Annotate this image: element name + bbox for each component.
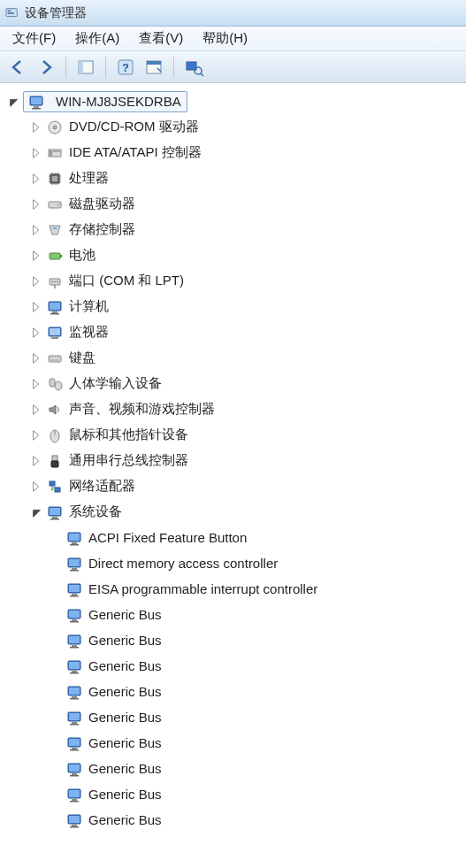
computer-icon <box>46 298 64 316</box>
ide-icon <box>46 144 64 162</box>
computer-icon <box>65 786 83 803</box>
device-row[interactable]: Generic Bus <box>0 756 466 781</box>
computer-icon <box>65 709 83 726</box>
tree-root[interactable]: WIN-MJ8JSEKDRBA <box>0 88 466 114</box>
expander-icon[interactable] <box>30 454 44 468</box>
category-row[interactable]: 存储控制器 <box>0 217 466 242</box>
expander-icon[interactable] <box>7 95 21 109</box>
device-row[interactable]: Generic Bus <box>0 602 466 627</box>
category-label: 声音、视频和游戏控制器 <box>69 401 215 418</box>
menu-view[interactable]: 查看(V) <box>130 28 192 49</box>
category-system-devices[interactable]: 系统设备 <box>0 499 466 525</box>
computer-icon <box>65 555 83 572</box>
app-icon <box>5 6 19 20</box>
expander-icon[interactable] <box>30 351 44 365</box>
expander-icon[interactable] <box>30 403 44 417</box>
toolbar-separator <box>65 57 66 78</box>
device-label: Generic Bus <box>88 684 162 699</box>
storage-icon <box>46 221 64 239</box>
category-row[interactable]: 网络适配器 <box>0 473 466 499</box>
category-row[interactable]: 人体学输入设备 <box>0 371 466 396</box>
toolbar-back-button[interactable] <box>5 55 30 80</box>
device-row[interactable]: Generic Bus <box>0 730 466 756</box>
device-tree[interactable]: WIN-MJ8JSEKDRBA DVD/CD-ROM 驱动器IDE ATA/AT… <box>0 83 466 868</box>
usb-icon <box>46 452 64 470</box>
network-icon <box>46 478 64 495</box>
category-row[interactable]: 电池 <box>0 242 466 268</box>
hid-icon <box>46 375 64 393</box>
hdd-icon <box>46 196 64 213</box>
device-row[interactable]: Direct memory access controller <box>0 550 466 576</box>
category-label: 存储控制器 <box>69 221 135 238</box>
cpu-icon <box>46 170 64 188</box>
toolbar-forward-button[interactable] <box>34 55 58 80</box>
expander-icon[interactable] <box>30 197 44 211</box>
expander-icon[interactable] <box>30 377 44 391</box>
category-row[interactable]: 监视器 <box>0 319 466 345</box>
toolbar-details-button[interactable] <box>73 55 98 80</box>
category-row[interactable]: 端口 (COM 和 LPT) <box>0 268 466 294</box>
computer-icon <box>65 580 83 598</box>
disc-icon <box>46 119 64 136</box>
computer-icon <box>65 760 83 778</box>
device-row[interactable]: Generic Bus <box>0 627 466 653</box>
menu-help[interactable]: 帮助(H) <box>194 28 256 49</box>
expander-icon[interactable] <box>30 505 44 519</box>
category-row[interactable]: IDE ATA/ATAPI 控制器 <box>0 140 466 165</box>
device-row[interactable]: Generic Bus <box>0 679 466 704</box>
device-label: Generic Bus <box>88 607 162 622</box>
category-label: 系统设备 <box>69 503 122 520</box>
device-row[interactable]: Generic Bus <box>0 807 466 833</box>
device-row[interactable]: ACPI Fixed Feature Button <box>0 525 466 550</box>
menu-file[interactable]: 文件(F) <box>4 28 65 49</box>
device-label: Generic Bus <box>88 787 162 802</box>
device-label: ACPI Fixed Feature Button <box>88 530 247 545</box>
toolbar-properties-button[interactable] <box>141 55 166 80</box>
category-label: 人体学输入设备 <box>69 375 162 392</box>
category-row[interactable]: 计算机 <box>0 294 466 319</box>
device-label: Generic Bus <box>88 812 162 827</box>
category-row[interactable]: 键盘 <box>0 345 466 371</box>
category-label: 监视器 <box>69 324 109 341</box>
category-row[interactable]: DVD/CD-ROM 驱动器 <box>0 114 466 140</box>
category-label: 端口 (COM 和 LPT) <box>69 273 184 289</box>
expander-icon[interactable] <box>30 146 44 160</box>
category-row[interactable]: 鼠标和其他指针设备 <box>0 422 466 448</box>
category-label: 电池 <box>69 247 95 264</box>
category-label: IDE ATA/ATAPI 控制器 <box>69 144 202 161</box>
toolbar <box>0 51 466 83</box>
port-icon <box>46 273 64 290</box>
category-row[interactable]: 声音、视频和游戏控制器 <box>0 396 466 422</box>
expander-icon[interactable] <box>30 480 44 494</box>
toolbar-scan-button[interactable] <box>181 55 206 80</box>
category-row[interactable]: 处理器 <box>0 165 466 191</box>
device-row[interactable]: EISA programmable interrupt controller <box>0 576 466 602</box>
expander-icon[interactable] <box>30 120 44 134</box>
expander-icon[interactable] <box>30 249 44 263</box>
expander-icon[interactable] <box>30 326 44 340</box>
sound-icon <box>46 401 64 419</box>
device-row[interactable]: Generic Bus <box>0 653 466 679</box>
category-label: 处理器 <box>69 170 109 187</box>
mouse-icon <box>46 426 64 444</box>
expander-icon[interactable] <box>30 172 44 186</box>
category-row[interactable]: 通用串行总线控制器 <box>0 448 466 473</box>
computer-icon <box>65 811 83 829</box>
expander-icon[interactable] <box>30 428 44 442</box>
category-label: 通用串行总线控制器 <box>69 452 188 469</box>
expander-icon[interactable] <box>30 300 44 314</box>
device-row[interactable]: Generic Bus <box>0 704 466 730</box>
expander-icon[interactable] <box>30 274 44 288</box>
menu-action[interactable]: 操作(A) <box>66 28 128 49</box>
device-row[interactable]: Generic Bus <box>0 781 466 807</box>
keyboard-icon <box>46 350 64 367</box>
toolbar-separator <box>105 57 106 78</box>
category-label: 键盘 <box>69 350 95 366</box>
category-label: 鼠标和其他指针设备 <box>69 426 188 443</box>
expander-icon[interactable] <box>30 223 44 237</box>
toolbar-help-button[interactable] <box>113 55 138 80</box>
category-row[interactable]: 磁盘驱动器 <box>0 191 466 217</box>
device-label: Generic Bus <box>88 633 162 648</box>
device-label: Direct memory access controller <box>88 556 278 571</box>
category-label: 计算机 <box>69 298 109 315</box>
